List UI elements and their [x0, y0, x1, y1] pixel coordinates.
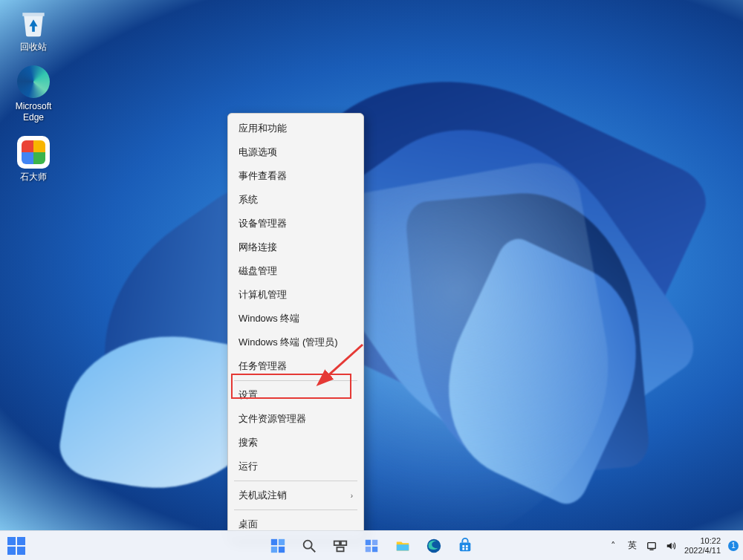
menu-item-14[interactable]: 搜索 [228, 431, 363, 455]
start-button[interactable] [265, 533, 291, 559]
desktop-icon-shidashi[interactable]: 石大师 [7, 136, 59, 182]
menu-item-label: 电源选项 [239, 146, 277, 159]
svg-rect-2 [279, 538, 285, 544]
svg-rect-17 [466, 545, 468, 547]
menu-separator [234, 481, 357, 481]
svg-rect-10 [366, 539, 371, 544]
svg-rect-13 [372, 546, 377, 551]
menu-item-8[interactable]: Windows 终端 [228, 307, 363, 331]
svg-rect-3 [271, 546, 277, 552]
menu-item-15[interactable]: 运行 [228, 455, 363, 478]
ime-indicator[interactable]: 英 [626, 540, 638, 552]
menu-item-5[interactable]: 网络连接 [228, 235, 363, 259]
svg-rect-1 [271, 538, 277, 544]
widgets-button[interactable] [358, 533, 385, 559]
desktop-icon-recycle-bin[interactable]: 回收站 [7, 6, 59, 52]
svg-rect-18 [462, 547, 464, 550]
menu-item-label: 运行 [239, 460, 258, 473]
recycle-bin-icon [17, 6, 50, 39]
svg-line-6 [311, 547, 316, 552]
desktop[interactable]: 回收站 Microsoft Edge 石大师 应用和功能电源选项事件查看器系统设… [0, 0, 743, 530]
menu-item-label: 设备管理器 [239, 217, 287, 230]
svg-rect-19 [466, 547, 468, 550]
menu-item-1[interactable]: 电源选项 [228, 140, 363, 164]
menu-item-label: 系统 [239, 193, 258, 206]
taskbar: ˄ 英 10:22 2022/4/11 1 [0, 530, 743, 560]
svg-point-5 [304, 540, 312, 548]
volume-icon[interactable] [665, 540, 677, 552]
desktop-icon-label: 石大师 [20, 172, 47, 182]
menu-separator [234, 509, 357, 510]
menu-item-6[interactable]: 磁盘管理 [228, 259, 363, 283]
wallpaper-bloom [0, 0, 743, 530]
clock[interactable]: 10:22 2022/4/11 [684, 536, 721, 555]
start-button-corner[interactable] [7, 537, 25, 555]
desktop-icon-edge[interactable]: Microsoft Edge [7, 65, 59, 123]
menu-item-4[interactable]: 设备管理器 [228, 212, 363, 235]
svg-rect-15 [460, 542, 471, 551]
file-explorer-button[interactable] [389, 533, 416, 559]
shidashi-icon [17, 136, 50, 169]
svg-rect-4 [279, 546, 285, 552]
menu-item-label: 搜索 [239, 436, 258, 449]
menu-item-17[interactable]: 关机或注销› [228, 484, 363, 507]
chevron-right-icon: › [351, 492, 353, 500]
desktop-icon-label: Microsoft Edge [16, 101, 52, 123]
svg-rect-20 [648, 542, 656, 548]
system-tray: ˄ 英 10:22 2022/4/11 1 [607, 536, 739, 555]
menu-item-12[interactable]: 设置 [228, 383, 363, 407]
menu-item-label: 设置 [239, 388, 258, 402]
menu-item-label: 桌面 [239, 518, 258, 531]
winx-context-menu: 应用和功能电源选项事件查看器系统设备管理器网络连接磁盘管理计算机管理Window… [227, 113, 364, 540]
network-icon[interactable] [646, 540, 658, 552]
edge-taskbar-button[interactable] [421, 533, 447, 559]
menu-item-label: 文件资源管理器 [239, 412, 306, 426]
edge-icon [17, 65, 50, 98]
menu-item-label: Windows 终端 [239, 312, 299, 325]
menu-item-10[interactable]: 任务管理器 [228, 354, 363, 378]
menu-item-label: 网络连接 [239, 241, 277, 254]
svg-rect-9 [337, 547, 343, 551]
menu-item-label: 计算机管理 [239, 288, 287, 302]
menu-item-label: 磁盘管理 [239, 264, 277, 278]
svg-rect-16 [462, 545, 464, 547]
menu-separator [234, 380, 357, 381]
menu-item-label: 应用和功能 [239, 122, 287, 135]
menu-item-7[interactable]: 计算机管理 [228, 283, 363, 307]
menu-item-2[interactable]: 事件查看器 [228, 164, 363, 188]
menu-item-9[interactable]: Windows 终端 (管理员) [228, 331, 363, 354]
clock-time: 10:22 [684, 536, 721, 546]
desktop-icons: 回收站 Microsoft Edge 石大师 [7, 6, 59, 183]
svg-rect-12 [366, 546, 371, 551]
clock-date: 2022/4/11 [684, 546, 721, 556]
taskbar-left [4, 537, 25, 555]
menu-item-label: 任务管理器 [239, 359, 287, 373]
menu-item-label: 事件查看器 [239, 169, 287, 183]
notification-badge[interactable]: 1 [728, 541, 739, 551]
taskbar-center [265, 533, 478, 559]
tray-chevron-up-icon[interactable]: ˄ [607, 540, 619, 552]
menu-item-label: Windows 终端 (管理员) [239, 336, 338, 349]
svg-rect-8 [341, 541, 346, 545]
svg-rect-11 [372, 539, 377, 544]
menu-item-3[interactable]: 系统 [228, 188, 363, 212]
svg-rect-7 [334, 541, 340, 545]
menu-item-0[interactable]: 应用和功能 [228, 117, 363, 140]
menu-item-label: 关机或注销 [239, 489, 287, 502]
desktop-icon-label: 回收站 [20, 42, 47, 52]
store-button[interactable] [452, 533, 478, 559]
search-button[interactable] [296, 533, 322, 559]
task-view-button[interactable] [327, 533, 354, 559]
menu-item-13[interactable]: 文件资源管理器 [228, 407, 363, 431]
